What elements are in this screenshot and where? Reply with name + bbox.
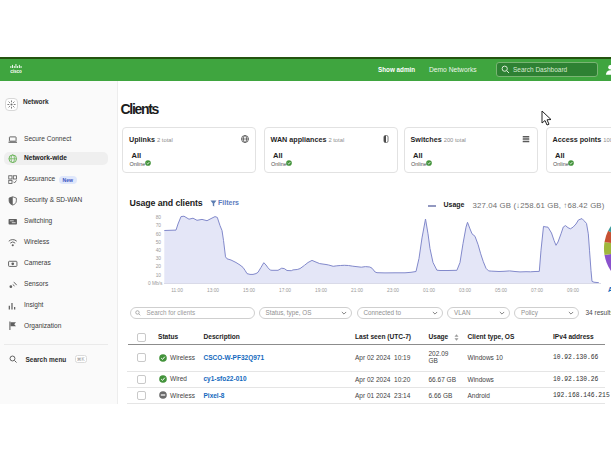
svg-text:15:00: 15:00 xyxy=(243,288,255,293)
svg-text:11:00: 11:00 xyxy=(171,288,183,293)
svg-text:23:00: 23:00 xyxy=(387,288,399,293)
svg-text:07:00: 07:00 xyxy=(531,288,543,293)
svg-text:50: 50 xyxy=(156,240,162,245)
svg-text:10: 10 xyxy=(156,273,162,278)
svg-text:30: 30 xyxy=(156,256,162,261)
svg-text:03:00: 03:00 xyxy=(459,288,471,293)
svg-text:01:00: 01:00 xyxy=(423,288,435,293)
svg-text:80: 80 xyxy=(156,215,162,220)
svg-text:13:00: 13:00 xyxy=(207,288,219,293)
svg-text:70: 70 xyxy=(156,223,162,228)
svg-text:21:00: 21:00 xyxy=(351,288,363,293)
svg-text:09:00: 09:00 xyxy=(567,288,579,293)
svg-text:20: 20 xyxy=(156,264,162,269)
svg-text:17:00: 17:00 xyxy=(279,288,291,293)
svg-text:60: 60 xyxy=(156,232,162,237)
svg-text:19:00: 19:00 xyxy=(315,288,327,293)
svg-text:05:00: 05:00 xyxy=(495,288,507,293)
svg-text:40: 40 xyxy=(156,248,162,253)
svg-text:0 Mb/s: 0 Mb/s xyxy=(148,281,163,286)
